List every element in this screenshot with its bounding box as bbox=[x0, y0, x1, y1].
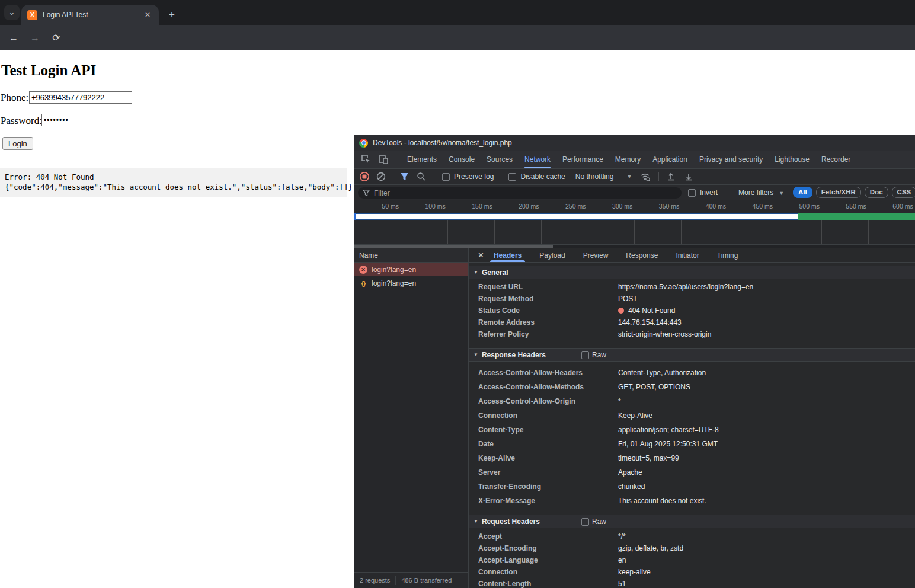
header-value: POST bbox=[618, 295, 638, 303]
network-filter-pill[interactable]: Doc bbox=[865, 187, 888, 198]
devtools-title: DevTools - localhost/5v/noma/test_login.… bbox=[373, 139, 512, 147]
detail-tab[interactable]: Initiator bbox=[674, 248, 700, 262]
header-value: https://noma.5v.ae/api/users/login?lang=… bbox=[618, 283, 753, 291]
network-filter-row: Filter Invert More filters▼ AllFetch/XHR… bbox=[354, 185, 915, 200]
header-value: 51 bbox=[618, 580, 626, 588]
header-key: Request Method bbox=[469, 295, 618, 303]
request-list-name-header[interactable]: Name bbox=[354, 248, 468, 263]
devtools-tool-tab[interactable]: Console bbox=[443, 151, 481, 168]
header-value: * bbox=[618, 397, 621, 405]
raw-request-checkbox[interactable] bbox=[581, 518, 589, 526]
clear-network-log-icon[interactable] bbox=[376, 172, 386, 181]
header-key: Keep-Alive bbox=[469, 454, 618, 462]
header-row: Content-Type application/json; charset=U… bbox=[469, 423, 915, 437]
header-key: Connection bbox=[469, 411, 618, 420]
devtools-titlebar[interactable]: DevTools - localhost/5v/noma/test_login.… bbox=[354, 135, 915, 151]
devtools-tool-tab[interactable]: Performance bbox=[556, 151, 609, 168]
login-button[interactable]: Login bbox=[2, 137, 33, 150]
raw-response-checkbox[interactable] bbox=[581, 351, 589, 359]
timeline-tick-label: 50 ms bbox=[354, 200, 401, 213]
header-key: Connection bbox=[469, 568, 618, 576]
network-filter-pill[interactable]: All bbox=[793, 187, 812, 198]
detail-tab[interactable]: Payload bbox=[538, 248, 566, 262]
filter-input[interactable]: Filter bbox=[358, 187, 682, 199]
network-overview-grid[interactable] bbox=[354, 220, 915, 245]
browser-tab[interactable]: X Login API Test ✕ bbox=[21, 5, 159, 25]
devtools-tool-tab[interactable]: Elements bbox=[401, 151, 443, 168]
header-value: Fri, 01 Aug 2025 12:50:31 GMT bbox=[618, 440, 718, 448]
header-key: Accept bbox=[469, 532, 618, 541]
request-name: login?lang=en bbox=[372, 279, 416, 287]
inspect-element-icon[interactable] bbox=[361, 154, 372, 165]
tab-close-icon[interactable]: ✕ bbox=[142, 9, 153, 20]
general-section-header[interactable]: ▼ General bbox=[469, 266, 915, 279]
password-input[interactable] bbox=[41, 114, 146, 126]
section-triangle-icon: ▼ bbox=[474, 352, 478, 357]
network-conditions-icon[interactable] bbox=[640, 172, 651, 181]
close-detail-icon[interactable]: ✕ bbox=[478, 251, 484, 260]
devtools-tool-tab[interactable]: Lighthouse bbox=[769, 151, 815, 168]
header-key: Access-Control-Allow-Methods bbox=[469, 383, 618, 391]
header-value: application/json; charset=UTF-8 bbox=[618, 426, 719, 434]
tool-tabs: ElementsConsoleSourcesNetworkPerformance… bbox=[401, 151, 856, 168]
devtools-tool-tab[interactable]: Recorder bbox=[815, 151, 856, 168]
disable-cache-label: Disable cache bbox=[520, 172, 565, 181]
phone-input[interactable] bbox=[29, 91, 132, 104]
request-row[interactable]: login?lang=en bbox=[354, 276, 468, 290]
response-header-rows: Access-Control-Allow-Headers Content-Typ… bbox=[469, 366, 915, 508]
divider bbox=[434, 172, 434, 181]
response-headers-section-header[interactable]: ▼ Response Headers Raw bbox=[469, 348, 915, 362]
more-filters-button[interactable]: More filters▼ bbox=[738, 188, 784, 197]
divider bbox=[393, 172, 393, 181]
network-summary-item: 486 B transferred bbox=[396, 576, 458, 585]
throttling-select[interactable]: No throttling bbox=[575, 172, 614, 181]
timeline-tick-label: 350 ms bbox=[635, 200, 682, 213]
search-icon[interactable] bbox=[417, 172, 426, 181]
network-filter-pill[interactable]: Fetch/XHR bbox=[816, 187, 861, 198]
header-row: Status Code 404 Not Found bbox=[469, 305, 915, 317]
tab-search-button[interactable]: ⌄ bbox=[4, 5, 20, 20]
header-key: Content-Type bbox=[469, 426, 618, 434]
detail-tab[interactable]: Preview bbox=[582, 248, 610, 262]
preserve-log-checkbox[interactable] bbox=[442, 173, 450, 181]
request-status-icon bbox=[359, 279, 367, 287]
devtools-tool-tab[interactable]: Memory bbox=[609, 151, 647, 168]
overview-left-cap bbox=[354, 213, 356, 220]
network-overview-bar[interactable] bbox=[354, 213, 915, 220]
invert-checkbox[interactable] bbox=[688, 189, 696, 197]
device-toolbar-icon[interactable] bbox=[378, 154, 389, 165]
overview-green-segment bbox=[798, 213, 915, 220]
record-network-log-icon[interactable] bbox=[359, 171, 370, 182]
header-row: Accept-Encoding gzip, deflate, br, zstd bbox=[469, 542, 915, 554]
devtools-tool-tab[interactable]: Privacy and security bbox=[693, 151, 769, 168]
header-key: Status Code bbox=[469, 306, 618, 315]
disable-cache-checkbox[interactable] bbox=[508, 173, 516, 181]
header-key: Accept-Encoding bbox=[469, 544, 618, 552]
request-row[interactable]: login?lang=en bbox=[354, 263, 468, 276]
filter-funnel-icon[interactable] bbox=[400, 172, 409, 181]
network-summary-item: 2 requests bbox=[354, 576, 396, 585]
reload-icon[interactable]: ⟳ bbox=[49, 30, 64, 46]
devtools-tool-tab[interactable]: Sources bbox=[481, 151, 519, 168]
detail-tab[interactable]: Headers bbox=[492, 248, 523, 262]
devtools-tool-tab[interactable]: Network bbox=[519, 151, 556, 168]
network-summary-bar: 2 requests486 B transferred bbox=[354, 572, 468, 588]
header-row: Connection keep-alive bbox=[469, 566, 915, 578]
invert-label: Invert bbox=[700, 188, 718, 197]
detail-tab[interactable]: Response bbox=[625, 248, 659, 262]
detail-tab[interactable]: Timing bbox=[716, 248, 740, 262]
new-tab-button[interactable]: + bbox=[165, 8, 179, 22]
request-header-rows: Accept */* Accept-Encoding gzip, deflate… bbox=[469, 531, 915, 588]
import-har-icon[interactable] bbox=[666, 172, 676, 181]
export-har-icon[interactable] bbox=[684, 172, 693, 181]
header-value: gzip, deflate, br, zstd bbox=[618, 544, 683, 552]
forward-icon[interactable]: → bbox=[27, 30, 43, 46]
throttling-caret-icon[interactable]: ▼ bbox=[626, 174, 632, 180]
request-headers-section-header[interactable]: ▼ Request Headers Raw bbox=[469, 514, 915, 528]
devtools-window: DevTools - localhost/5v/noma/test_login.… bbox=[354, 135, 915, 588]
network-filter-pill[interactable]: CSS bbox=[892, 187, 915, 198]
header-row: Access-Control-Allow-Headers Content-Typ… bbox=[469, 366, 915, 380]
devtools-tool-tab[interactable]: Application bbox=[647, 151, 693, 168]
back-icon[interactable]: ← bbox=[6, 30, 21, 46]
network-toolbar: Preserve log Disable cache No throttling… bbox=[354, 169, 915, 185]
